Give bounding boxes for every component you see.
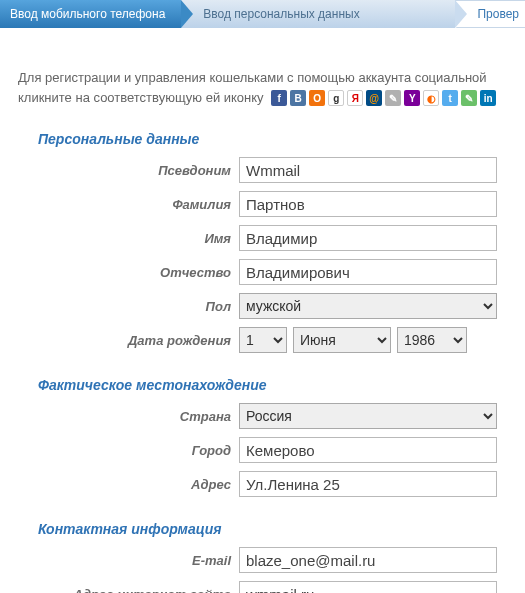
yahoo-icon[interactable]: Y [404, 90, 420, 106]
step-phone[interactable]: Ввод мобильного телефона [0, 0, 181, 28]
openid-icon[interactable]: ◐ [423, 90, 439, 106]
label-patronymic: Отчество [0, 265, 239, 280]
lastname-field[interactable] [239, 191, 497, 217]
social-icons-row: fBOgЯ@✎Y◐t✎in [271, 90, 496, 106]
email-field[interactable] [239, 547, 497, 573]
section-personal: Персональные данные [38, 131, 525, 147]
address-field[interactable] [239, 471, 497, 497]
linkedin-icon[interactable]: in [480, 90, 496, 106]
google-icon[interactable]: g [328, 90, 344, 106]
country-select[interactable]: Россия [239, 403, 497, 429]
gender-select[interactable]: мужской [239, 293, 497, 319]
birth-year-select[interactable]: 1986 [397, 327, 467, 353]
website-field[interactable] [239, 581, 497, 593]
firstname-field[interactable] [239, 225, 497, 251]
label-firstname: Имя [0, 231, 239, 246]
mailru-icon[interactable]: @ [366, 90, 382, 106]
birth-month-select[interactable]: Июня [293, 327, 391, 353]
livejournal2-icon[interactable]: ✎ [461, 90, 477, 106]
birth-day-select[interactable]: 1 [239, 327, 287, 353]
label-gender: Пол [0, 299, 239, 314]
section-location: Фактическое местонахождение [38, 377, 525, 393]
step-verify-label: Провер [477, 7, 519, 21]
intro-text: Для регистрации и управления кошельками … [0, 68, 525, 107]
step-personal[interactable]: Ввод персональных данных [181, 0, 455, 28]
label-city: Город [0, 443, 239, 458]
label-address: Адрес [0, 477, 239, 492]
livejournal-icon[interactable]: ✎ [385, 90, 401, 106]
section-contact: Контактная информация [38, 521, 525, 537]
step-personal-label: Ввод персональных данных [203, 7, 359, 21]
city-field[interactable] [239, 437, 497, 463]
step-phone-label: Ввод мобильного телефона [10, 7, 165, 21]
label-email: E-mail [0, 553, 239, 568]
label-birthdate: Дата рождения [0, 333, 239, 348]
label-website: Адрес интернет сайта [0, 587, 239, 594]
intro-line-1: Для регистрации и управления кошельками … [18, 70, 487, 85]
wizard-steps: Ввод мобильного телефона Ввод персональн… [0, 0, 525, 28]
intro-line-2: кликните на соответствующую ей иконку [18, 90, 264, 105]
vkontakte-icon[interactable]: B [290, 90, 306, 106]
yandex-icon[interactable]: Я [347, 90, 363, 106]
label-nickname: Псевдоним [0, 163, 239, 178]
odnoklassniki-icon[interactable]: O [309, 90, 325, 106]
label-lastname: Фамилия [0, 197, 239, 212]
nickname-field[interactable] [239, 157, 497, 183]
label-country: Страна [0, 409, 239, 424]
facebook-icon[interactable]: f [271, 90, 287, 106]
twitter-icon[interactable]: t [442, 90, 458, 106]
patronymic-field[interactable] [239, 259, 497, 285]
